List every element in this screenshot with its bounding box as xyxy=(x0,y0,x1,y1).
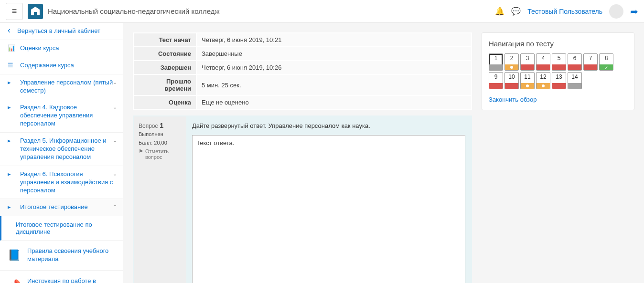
finish-review-link[interactable]: Закончить обзор xyxy=(489,96,627,103)
nav-instructions[interactable]: 📌 Инструкция по работе в системе обучени… xyxy=(0,271,123,283)
nav-section-4[interactable]: ▸ Итоговое тестирование xyxy=(0,199,123,216)
user-menu[interactable]: Тестовый Пользователь xyxy=(527,8,602,15)
answer-text: Текст ответа. xyxy=(192,135,465,283)
question-nav-3[interactable]: 3 xyxy=(520,53,535,71)
nav-section-3[interactable]: ▸ Раздел 6. Психология управления и взаи… xyxy=(0,166,123,199)
question-nav-6[interactable]: 6 xyxy=(568,53,582,71)
question-nav-11[interactable]: 11 xyxy=(520,72,535,89)
list-icon: ☰ xyxy=(8,62,15,69)
question-nav-1[interactable]: 1 xyxy=(489,53,503,71)
site-name: Национальный социально-педагогический ко… xyxy=(48,7,495,15)
book-icon: 📘 xyxy=(8,249,21,262)
nav-subitem-test[interactable]: Итоговое тестирование по дисциплине xyxy=(0,216,123,241)
nav-panel-title: Навигация по тесту xyxy=(489,40,627,48)
play-icon: ▸ xyxy=(8,203,15,210)
quiz-navigation-panel: Навигация по тесту 1234567891011121314 З… xyxy=(482,32,634,110)
nav-contents[interactable]: ☰ Содержание курса xyxy=(0,57,123,74)
avatar[interactable] xyxy=(609,4,623,19)
logo[interactable] xyxy=(28,4,43,19)
question-nav-14[interactable]: 14 xyxy=(568,72,582,89)
nav-section-0[interactable]: ▸ Управление персоналом (пятый семестр) xyxy=(0,74,123,100)
play-icon: ▸ xyxy=(8,137,15,144)
quiz-summary-table: Тест начатЧетверг, 6 июня 2019, 10:21Сос… xyxy=(133,32,472,110)
chart-icon: 📊 xyxy=(8,44,15,52)
flag-question[interactable]: ⚑ Отметить вопрос xyxy=(139,148,182,160)
question-nav-10[interactable]: 10 xyxy=(504,72,519,89)
summary-row: ЗавершенЧетверг, 6 июня 2019, 10:26 xyxy=(134,61,471,74)
play-icon: ▸ xyxy=(8,170,15,178)
nav-section-1[interactable]: ▸ Раздел 4. Кадровое обеспечение управле… xyxy=(0,99,123,133)
question-text: Дайте развернутый ответ. Управление перс… xyxy=(192,122,465,129)
notifications-icon[interactable]: 🔔 xyxy=(495,7,504,16)
question-nav-13[interactable]: 13 xyxy=(552,72,566,89)
question-block: Вопрос 1 Выполнен Балл: 20,00 ⚑ Отметить… xyxy=(133,115,472,283)
menu-toggle[interactable]: ≡ xyxy=(6,3,23,20)
nav-grades[interactable]: 📊 Оценки курса xyxy=(0,40,123,57)
logout-icon[interactable]: ➦ xyxy=(630,6,638,17)
question-nav-5[interactable]: 5 xyxy=(552,53,566,71)
nav-section-2[interactable]: ▸ Раздел 5. Информационное и техническое… xyxy=(0,133,123,166)
summary-row: ОценкаЕще не оценено xyxy=(134,96,471,109)
play-icon: ▸ xyxy=(8,79,15,86)
question-nav-12[interactable]: 12 xyxy=(536,72,550,89)
question-nav-grid: 1234567891011121314 xyxy=(489,53,627,89)
pin-icon: 📌 xyxy=(8,279,21,283)
question-nav-7[interactable]: 7 xyxy=(583,53,598,71)
sidebar: Вернуться в личный кабинет 📊 Оценки курс… xyxy=(0,23,123,283)
logo-icon xyxy=(30,6,41,17)
question-nav-4[interactable]: 4 xyxy=(536,53,550,71)
play-icon: ▸ xyxy=(8,104,15,111)
nav-rules[interactable]: 📘 Правила освоения учебного материала xyxy=(0,241,123,271)
summary-row: СостояниеЗавершенные xyxy=(134,47,471,60)
header: ≡ Национальный социально-педагогический … xyxy=(0,0,644,23)
flag-icon: ⚑ xyxy=(139,148,143,155)
question-nav-9[interactable]: 9 xyxy=(489,72,503,89)
question-nav-8[interactable]: 8 xyxy=(599,53,613,71)
question-info: Вопрос 1 Выполнен Балл: 20,00 ⚑ Отметить… xyxy=(134,116,186,283)
back-to-dashboard[interactable]: Вернуться в личный кабинет xyxy=(0,23,123,40)
messages-icon[interactable]: 💬 xyxy=(511,7,521,16)
summary-row: Тест начатЧетверг, 6 июня 2019, 10:21 xyxy=(134,33,471,46)
question-nav-2[interactable]: 2 xyxy=(504,53,519,71)
summary-row: Прошло времени5 мин. 25 сек. xyxy=(134,75,471,95)
